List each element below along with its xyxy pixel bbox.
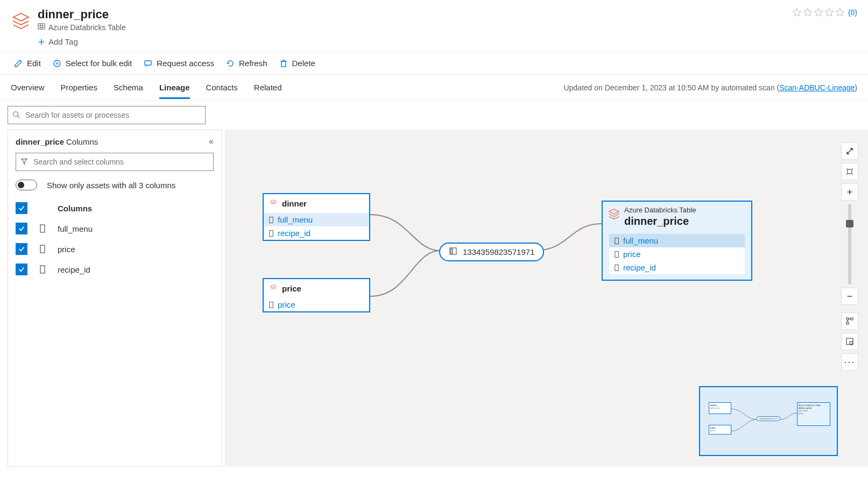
svg-rect-16 — [40, 225, 45, 232]
edit-button[interactable]: Edit — [14, 59, 41, 68]
svg-rect-26 — [615, 265, 618, 270]
node-field[interactable]: price — [264, 298, 369, 311]
svg-rect-19 — [270, 217, 273, 223]
node-field[interactable]: recipe_id — [264, 226, 369, 240]
zoom-out-button[interactable] — [841, 288, 858, 305]
svg-point-14 — [13, 111, 18, 116]
column-filter[interactable] — [16, 153, 214, 171]
process-id: 1334359823571971 — [463, 247, 534, 257]
lineage-process[interactable]: 1334359823571971 — [439, 243, 544, 261]
tab-schema[interactable]: Schema — [114, 76, 143, 99]
svg-rect-18 — [40, 266, 45, 273]
column-icon — [37, 265, 48, 274]
lineage-node-price[interactable]: price price — [263, 278, 370, 312]
dataset-icon — [269, 198, 278, 209]
dataset-icon — [608, 208, 620, 222]
svg-rect-25 — [615, 251, 618, 257]
column-checkbox[interactable] — [16, 223, 27, 234]
svg-rect-0 — [38, 24, 45, 30]
toggle-label: Show only assets with all 3 columns — [47, 181, 175, 190]
node-title: dinner_price — [624, 215, 696, 227]
table-icon — [38, 23, 45, 32]
column-checkbox[interactable] — [16, 243, 27, 255]
lineage-canvas[interactable]: dinner full_menu recipe_id price price — [225, 130, 868, 467]
node-field[interactable]: recipe_id — [609, 261, 745, 274]
svg-rect-23 — [451, 249, 453, 253]
svg-rect-17 — [40, 245, 45, 253]
svg-rect-24 — [615, 238, 618, 244]
filter-icon — [20, 158, 28, 167]
search-icon — [12, 111, 20, 120]
svg-rect-20 — [270, 230, 273, 236]
collapse-sidebar-icon[interactable]: « — [209, 137, 214, 146]
tab-related[interactable]: Related — [254, 76, 282, 99]
scan-link[interactable]: Scan-ADBUC-Lineage — [779, 83, 855, 92]
sidebar-subtitle: Columns — [66, 137, 98, 146]
node-title: price — [282, 284, 301, 293]
minimap[interactable]: dinner full_menu price price 13343598235… — [699, 386, 838, 456]
lineage-node-dinner[interactable]: dinner full_menu recipe_id — [263, 193, 370, 241]
rating[interactable]: (0) — [792, 8, 857, 17]
asset-title: dinner_price — [38, 8, 792, 22]
process-icon — [449, 247, 457, 257]
node-field[interactable]: full_menu — [264, 213, 369, 226]
node-title: dinner — [282, 199, 307, 208]
svg-rect-27 — [848, 169, 852, 174]
node-field[interactable]: price — [609, 247, 745, 261]
asset-icon — [11, 11, 31, 31]
column-filter-input[interactable] — [32, 157, 209, 167]
svg-rect-32 — [851, 318, 853, 320]
tab-overview[interactable]: Overview — [11, 76, 45, 99]
svg-rect-10 — [145, 61, 151, 65]
column-name[interactable]: recipe_id — [58, 265, 90, 274]
rating-count[interactable]: (0) — [848, 8, 857, 17]
asset-search-input[interactable] — [24, 110, 201, 120]
dataset-icon — [269, 283, 278, 294]
layout-button[interactable] — [841, 312, 858, 330]
lineage-node-target[interactable]: Azure Databricks Table dinner_price full… — [602, 201, 752, 281]
show-all-columns-toggle[interactable] — [16, 180, 37, 190]
node-subtype: Azure Databricks Table — [624, 206, 696, 214]
column-name[interactable]: price — [58, 245, 75, 254]
svg-rect-37 — [850, 341, 852, 344]
updated-text: Updated on December 1, 2023 at 10:50 AM … — [563, 83, 857, 92]
column-checkbox[interactable] — [16, 264, 27, 275]
more-button[interactable]: ··· — [841, 353, 858, 371]
refresh-button[interactable]: Refresh — [226, 59, 267, 68]
zoom-slider[interactable] — [848, 204, 851, 284]
columns-header: Columns — [58, 204, 92, 213]
tab-lineage[interactable]: Lineage — [159, 76, 190, 99]
column-icon — [37, 224, 48, 233]
tab-properties[interactable]: Properties — [61, 76, 97, 99]
fit-button[interactable] — [841, 163, 858, 180]
sidebar-title: dinner_price — [16, 137, 64, 146]
minimap-toggle-button[interactable] — [841, 333, 858, 350]
delete-button[interactable]: Delete — [279, 59, 315, 68]
svg-rect-31 — [846, 318, 849, 320]
request-access-button[interactable]: Request access — [144, 59, 214, 68]
zoom-in-button[interactable] — [841, 183, 858, 201]
svg-line-15 — [18, 116, 20, 118]
column-icon — [37, 245, 48, 253]
asset-search[interactable] — [8, 106, 206, 124]
node-field[interactable]: full_menu — [609, 234, 745, 247]
svg-rect-21 — [270, 302, 273, 308]
add-tag-button[interactable]: Add Tag — [38, 37, 792, 46]
select-all-columns-checkbox[interactable] — [16, 202, 27, 214]
asset-subtype: Azure Databricks Table — [48, 23, 126, 32]
fullscreen-button[interactable] — [841, 143, 858, 160]
svg-rect-11 — [281, 61, 286, 67]
column-name[interactable]: full_menu — [58, 224, 93, 233]
tab-contacts[interactable]: Contacts — [206, 76, 238, 99]
svg-rect-33 — [846, 322, 849, 324]
bulk-edit-button[interactable]: Select for bulk edit — [53, 59, 132, 68]
